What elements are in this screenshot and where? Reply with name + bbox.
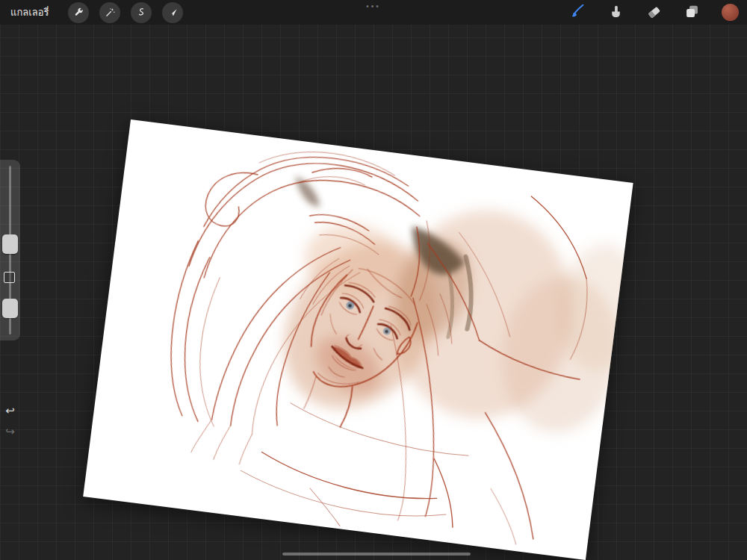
redo-button[interactable]: ↪: [0, 421, 20, 442]
brush-size-slider[interactable]: [2, 234, 18, 254]
brush-sidebar: [0, 160, 20, 340]
undo-redo-group: ↩ ↪: [0, 400, 20, 442]
paint-tools-group: [551, 0, 741, 25]
modify-button[interactable]: [4, 272, 15, 283]
artwork-sketch: [83, 119, 633, 560]
layers-icon: [684, 4, 700, 22]
eraser-tool-button[interactable]: [642, 1, 665, 24]
undo-icon: ↩: [5, 404, 15, 417]
layers-button[interactable]: [681, 1, 703, 24]
horizontal-scrollbar[interactable]: [282, 553, 471, 556]
wrench-icon: [73, 7, 84, 18]
brush-icon: [569, 3, 586, 22]
magic-wand-icon: [105, 7, 116, 18]
procreate-workspace: แกลเลอรี่: [0, 0, 747, 560]
drawing-canvas[interactable]: [83, 119, 633, 560]
actions-button[interactable]: [68, 2, 89, 23]
color-swatch: [722, 4, 739, 21]
selection-button[interactable]: [131, 2, 152, 23]
smudge-icon: [608, 4, 624, 22]
eraser-icon: [646, 4, 662, 22]
smudge-tool-button[interactable]: [604, 1, 627, 24]
adjustments-button[interactable]: [99, 2, 120, 23]
selection-s-icon: [136, 7, 147, 18]
brush-tool-button[interactable]: [566, 1, 589, 24]
transform-arrow-icon: [167, 7, 179, 18]
transform-button[interactable]: [162, 2, 183, 23]
top-toolbar: แกลเลอรี่: [0, 0, 747, 25]
opacity-slider[interactable]: [2, 299, 18, 318]
redo-icon: ↪: [5, 425, 15, 438]
color-picker-button[interactable]: [719, 1, 741, 24]
undo-button[interactable]: ↩: [0, 400, 20, 421]
gallery-button[interactable]: แกลเลอรี่: [10, 4, 49, 20]
